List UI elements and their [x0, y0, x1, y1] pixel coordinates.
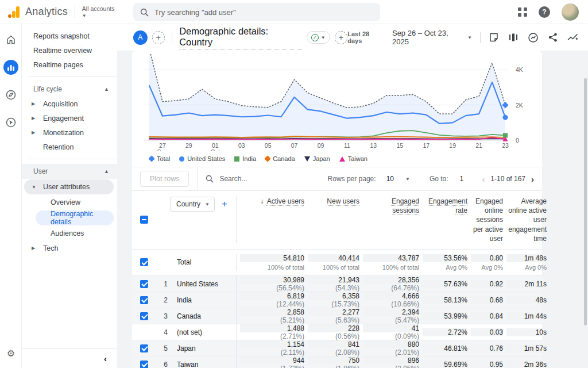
explore-icon[interactable] [3, 87, 18, 102]
sidebar-item-realtime-overview[interactable]: Realtime overview [22, 43, 117, 57]
go-to-label: Go to: [430, 175, 448, 183]
table-row[interactable]: 1United States30,989 (56.54%)21,943 (54.… [132, 276, 542, 292]
legend-item-japan[interactable]: Japan [304, 155, 330, 162]
sidebar-item-acquisition[interactable]: ▶Acquisition [22, 97, 117, 111]
insights-clock-icon[interactable] [528, 32, 539, 43]
legend-item-united-states[interactable]: United States [179, 155, 225, 162]
collapse-sidebar-button[interactable]: ‹ [104, 354, 107, 363]
page-title[interactable]: Demographic details: Country [179, 26, 302, 49]
sparkline-insights-icon[interactable] [567, 32, 579, 43]
chevron-collapsed-icon: ▶ [32, 101, 43, 106]
chevron-expanded-icon: ▼ [32, 185, 43, 190]
select-all-checkbox[interactable] [140, 216, 148, 224]
nav-section-user[interactable]: User▲ [22, 164, 117, 179]
sidebar-item-overview[interactable]: Overview [22, 195, 117, 210]
chevron-collapsed-icon: ▶ [32, 246, 43, 251]
timeseries-chart[interactable]: 4K2K027Sep2901Oct0305070911131517192123 … [132, 54, 542, 163]
legend-item-taiwan[interactable]: Taiwan [339, 155, 368, 162]
vertical-scrollbar[interactable] [584, 78, 587, 325]
table-row[interactable]: 5Japan1,154 (2.11%)841 (2.08%)880 (2.01%… [132, 340, 542, 356]
column-header-1[interactable]: ↓ Active users [237, 197, 304, 206]
search-placeholder: Try searching "add user" [154, 8, 236, 17]
apps-grid-icon[interactable] [518, 7, 527, 17]
column-header-6[interactable]: Average online active user engagement ti… [503, 197, 547, 243]
svg-text:11: 11 [344, 142, 350, 149]
sidebar-item-engagement[interactable]: ▶Engagement [22, 111, 117, 125]
sidebar-item-retention[interactable]: Retention [22, 140, 117, 154]
svg-text:19: 19 [449, 142, 456, 149]
divider [75, 6, 75, 18]
row-checkbox[interactable] [140, 312, 148, 320]
column-header-3[interactable]: Engaged sessions [359, 197, 419, 215]
home-icon[interactable] [3, 32, 18, 47]
column-header-4[interactable]: Engagement rate [419, 197, 467, 215]
reports-icon[interactable] [3, 60, 18, 75]
notes-icon[interactable] [489, 32, 499, 43]
next-page-button[interactable]: › [531, 174, 534, 184]
sidebar-item-audiences[interactable]: Audiences [22, 226, 117, 241]
country-name: United States [169, 280, 218, 288]
chevron-down-icon: ▼ [467, 35, 472, 40]
table-header-row: Country▼+↓ Active usersNew usersEngaged … [132, 191, 542, 250]
dimension-selector[interactable]: Country▼ [170, 197, 215, 212]
sidebar-item-realtime-pages[interactable]: Realtime pages [22, 57, 117, 72]
chevron-down-icon: ▼ [205, 202, 210, 207]
admin-gear-icon[interactable]: ⚙ [0, 348, 22, 359]
country-name: Japan [169, 344, 196, 352]
table-row[interactable]: 2India6,819 (12.44%)6,358 (15.73%)4,666 … [132, 292, 542, 308]
row-checkbox[interactable] [140, 296, 148, 304]
legend-item-total[interactable]: Total [149, 155, 170, 162]
row-checkbox[interactable] [140, 258, 148, 266]
add-filter-button[interactable]: + [335, 31, 348, 44]
plot-rows-button[interactable]: Plot rows [140, 171, 189, 187]
report-header: A + Demographic details: Country ✓ ▼ + L… [117, 24, 588, 51]
comparison-icon[interactable] [508, 32, 519, 43]
nav-section-life-cycle[interactable]: Life cycle▲ [22, 82, 117, 97]
share-icon[interactable] [548, 32, 558, 43]
table-row[interactable]: 3Canada2,858 (5.21%)2,277 (5.63%)2,394 (… [132, 308, 542, 324]
svg-text:0: 0 [516, 137, 519, 144]
row-checkbox[interactable] [140, 361, 148, 368]
row-checkbox[interactable] [140, 280, 148, 288]
account-switcher[interactable]: All accounts ▼ [82, 5, 115, 18]
previous-page-button[interactable]: ‹ [482, 174, 485, 184]
table-search-placeholder: Search... [219, 175, 247, 183]
svg-text:13: 13 [370, 142, 377, 149]
advertising-icon[interactable] [3, 115, 18, 130]
table-row[interactable]: 4(not set)1,488 (2.71%)228 (0.56%)41 (0.… [132, 324, 542, 340]
sidebar-item-tech[interactable]: ▶Tech [22, 241, 117, 255]
sidebar-item-reports-snapshot[interactable]: Reports snapshot [22, 29, 117, 43]
column-header-2[interactable]: New users [304, 197, 359, 206]
row-checkbox[interactable] [140, 344, 148, 352]
sidebar-item-demographic-details[interactable]: Demographic details [36, 210, 114, 225]
chevron-down-icon: ▼ [82, 13, 115, 19]
user-avatar[interactable] [562, 3, 579, 21]
add-dimension-button[interactable]: + [222, 198, 227, 210]
table-search-input[interactable]: Search... [206, 175, 247, 183]
divider [172, 31, 172, 44]
legend-item-canada[interactable]: Canada [265, 155, 295, 162]
totals-row: Total54,810100% of total40,414100% of to… [132, 250, 542, 276]
legend-item-india[interactable]: India [234, 155, 256, 162]
property-avatar[interactable]: A [133, 30, 148, 45]
divider [197, 167, 198, 191]
go-to-input[interactable]: 1 [460, 175, 464, 183]
svg-text:23: 23 [502, 142, 509, 149]
chevron-up-icon: ▲ [104, 168, 109, 174]
date-range-picker[interactable]: Sep 26 – Oct 23, 2025 ▼ [392, 29, 472, 46]
chevron-down-icon[interactable]: ▼ [405, 177, 410, 182]
column-header-5[interactable]: Engaged online sessions per active user [467, 197, 503, 243]
chevron-down-icon: ▼ [321, 35, 326, 40]
report-status-badge[interactable]: ✓ ▼ [307, 31, 330, 44]
divider [29, 159, 117, 159]
rows-per-page-select[interactable]: 10 [386, 175, 394, 183]
help-icon[interactable]: ? [539, 6, 550, 18]
report-card: 4K2K027Sep2901Oct0305070911131517192123 … [132, 51, 542, 368]
svg-text:29: 29 [185, 142, 192, 149]
table-row[interactable]: 6Taiwan944 (1.72%)750 (1.86%)896 (2.05%)… [132, 356, 542, 368]
global-search-input[interactable]: Try searching "add user" [133, 3, 380, 21]
data-table: Country▼+↓ Active usersNew usersEngaged … [132, 191, 542, 368]
add-comparison-button[interactable]: + [152, 31, 165, 44]
sidebar-item-monetization[interactable]: ▶Monetization [22, 125, 117, 140]
sidebar-item-user-attributes[interactable]: ▼User attributes [24, 179, 114, 194]
